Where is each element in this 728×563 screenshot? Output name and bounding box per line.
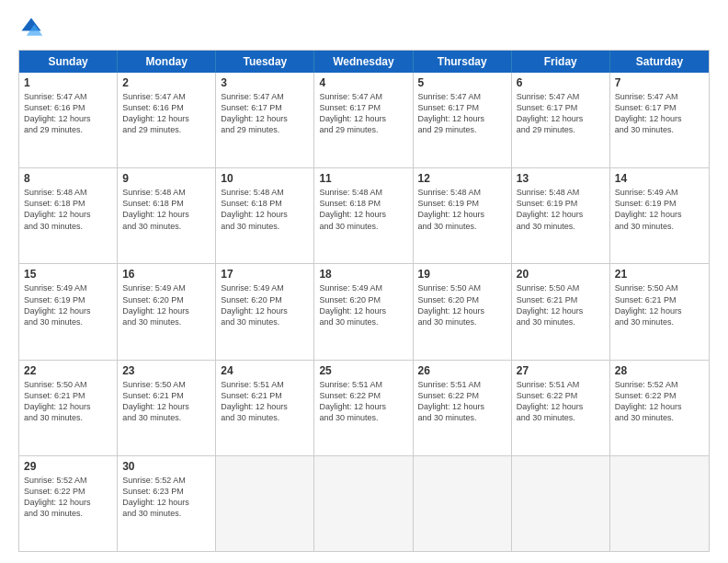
day-number: 19 [418, 268, 506, 281]
day-number: 9 [122, 172, 210, 185]
day-number: 25 [319, 364, 407, 377]
day-info: Sunrise: 5:49 AM Sunset: 6:20 PM Dayligh… [221, 282, 309, 327]
day-info: Sunrise: 5:47 AM Sunset: 6:17 PM Dayligh… [319, 91, 407, 136]
calendar: SundayMondayTuesdayWednesdayThursdayFrid… [18, 50, 710, 552]
cal-cell: 15Sunrise: 5:49 AM Sunset: 6:19 PM Dayli… [19, 264, 118, 359]
day-number: 26 [418, 364, 506, 377]
day-number: 2 [122, 76, 210, 89]
cal-cell: 6Sunrise: 5:47 AM Sunset: 6:17 PM Daylig… [512, 73, 610, 167]
day-info: Sunrise: 5:48 AM Sunset: 6:19 PM Dayligh… [517, 187, 605, 232]
cal-cell: 23Sunrise: 5:50 AM Sunset: 6:21 PM Dayli… [118, 361, 216, 455]
day-info: Sunrise: 5:48 AM Sunset: 6:19 PM Dayligh… [418, 187, 506, 232]
cal-cell: 30Sunrise: 5:52 AM Sunset: 6:23 PM Dayli… [118, 456, 216, 551]
day-number: 10 [221, 172, 309, 185]
day-number: 16 [122, 268, 210, 281]
cal-cell: 2Sunrise: 5:47 AM Sunset: 6:16 PM Daylig… [118, 73, 216, 167]
day-number: 17 [221, 268, 309, 281]
day-info: Sunrise: 5:50 AM Sunset: 6:21 PM Dayligh… [615, 282, 704, 327]
header [18, 15, 710, 40]
cal-cell: 10Sunrise: 5:48 AM Sunset: 6:18 PM Dayli… [216, 168, 314, 263]
day-info: Sunrise: 5:47 AM Sunset: 6:17 PM Dayligh… [615, 91, 704, 136]
cal-cell [610, 456, 709, 551]
cal-cell: 5Sunrise: 5:47 AM Sunset: 6:17 PM Daylig… [414, 73, 512, 167]
header-day-tuesday: Tuesday [216, 51, 314, 73]
day-info: Sunrise: 5:47 AM Sunset: 6:17 PM Dayligh… [221, 91, 309, 136]
logo [18, 15, 48, 40]
cal-cell: 22Sunrise: 5:50 AM Sunset: 6:21 PM Dayli… [19, 361, 118, 455]
cal-cell: 12Sunrise: 5:48 AM Sunset: 6:19 PM Dayli… [414, 168, 512, 263]
day-info: Sunrise: 5:50 AM Sunset: 6:20 PM Dayligh… [418, 282, 506, 327]
calendar-body: 1Sunrise: 5:47 AM Sunset: 6:16 PM Daylig… [19, 73, 709, 551]
day-number: 14 [615, 172, 704, 185]
cal-cell: 14Sunrise: 5:49 AM Sunset: 6:19 PM Dayli… [610, 168, 709, 263]
day-info: Sunrise: 5:48 AM Sunset: 6:18 PM Dayligh… [24, 187, 112, 232]
day-number: 11 [319, 172, 407, 185]
calendar-row-0: 1Sunrise: 5:47 AM Sunset: 6:16 PM Daylig… [19, 73, 709, 167]
cal-cell: 9Sunrise: 5:48 AM Sunset: 6:18 PM Daylig… [118, 168, 216, 263]
day-info: Sunrise: 5:50 AM Sunset: 6:21 PM Dayligh… [24, 379, 112, 424]
page: SundayMondayTuesdayWednesdayThursdayFrid… [0, 0, 728, 563]
day-info: Sunrise: 5:52 AM Sunset: 6:22 PM Dayligh… [615, 379, 704, 424]
day-number: 1 [24, 76, 112, 89]
cal-cell: 18Sunrise: 5:49 AM Sunset: 6:20 PM Dayli… [314, 264, 413, 359]
day-number: 13 [517, 172, 605, 185]
day-number: 27 [517, 364, 605, 377]
day-info: Sunrise: 5:49 AM Sunset: 6:19 PM Dayligh… [24, 282, 112, 327]
cal-cell: 13Sunrise: 5:48 AM Sunset: 6:19 PM Dayli… [512, 168, 610, 263]
day-number: 4 [319, 76, 407, 89]
day-info: Sunrise: 5:51 AM Sunset: 6:22 PM Dayligh… [517, 379, 605, 424]
day-number: 7 [615, 76, 704, 89]
day-info: Sunrise: 5:50 AM Sunset: 6:21 PM Dayligh… [122, 379, 210, 424]
header-day-friday: Friday [512, 51, 610, 73]
day-number: 6 [517, 76, 605, 89]
cal-cell: 29Sunrise: 5:52 AM Sunset: 6:22 PM Dayli… [19, 456, 118, 551]
cal-cell: 19Sunrise: 5:50 AM Sunset: 6:20 PM Dayli… [414, 264, 512, 359]
day-number: 23 [122, 364, 210, 377]
day-number: 30 [122, 460, 210, 473]
day-info: Sunrise: 5:47 AM Sunset: 6:16 PM Dayligh… [24, 91, 112, 136]
day-number: 20 [517, 268, 605, 281]
cal-cell: 3Sunrise: 5:47 AM Sunset: 6:17 PM Daylig… [216, 73, 314, 167]
day-number: 15 [24, 268, 112, 281]
cal-cell: 16Sunrise: 5:49 AM Sunset: 6:20 PM Dayli… [118, 264, 216, 359]
cal-cell: 20Sunrise: 5:50 AM Sunset: 6:21 PM Dayli… [512, 264, 610, 359]
cal-cell: 27Sunrise: 5:51 AM Sunset: 6:22 PM Dayli… [512, 361, 610, 455]
day-info: Sunrise: 5:47 AM Sunset: 6:17 PM Dayligh… [517, 91, 605, 136]
header-day-wednesday: Wednesday [314, 51, 413, 73]
day-number: 18 [319, 268, 407, 281]
day-info: Sunrise: 5:49 AM Sunset: 6:19 PM Dayligh… [615, 187, 704, 232]
day-number: 5 [418, 76, 506, 89]
cal-cell: 7Sunrise: 5:47 AM Sunset: 6:17 PM Daylig… [610, 73, 709, 167]
day-number: 28 [615, 364, 704, 377]
day-number: 24 [221, 364, 309, 377]
calendar-row-3: 22Sunrise: 5:50 AM Sunset: 6:21 PM Dayli… [19, 360, 709, 455]
cal-cell: 1Sunrise: 5:47 AM Sunset: 6:16 PM Daylig… [19, 73, 118, 167]
day-info: Sunrise: 5:48 AM Sunset: 6:18 PM Dayligh… [319, 187, 407, 232]
day-number: 29 [24, 460, 112, 473]
cal-cell [216, 456, 314, 551]
day-info: Sunrise: 5:51 AM Sunset: 6:21 PM Dayligh… [221, 379, 309, 424]
cal-cell: 8Sunrise: 5:48 AM Sunset: 6:18 PM Daylig… [19, 168, 118, 263]
calendar-header: SundayMondayTuesdayWednesdayThursdayFrid… [19, 51, 709, 73]
day-info: Sunrise: 5:52 AM Sunset: 6:23 PM Dayligh… [122, 475, 210, 520]
calendar-row-4: 29Sunrise: 5:52 AM Sunset: 6:22 PM Dayli… [19, 455, 709, 551]
day-number: 12 [418, 172, 506, 185]
cal-cell: 25Sunrise: 5:51 AM Sunset: 6:22 PM Dayli… [314, 361, 413, 455]
day-number: 21 [615, 268, 704, 281]
calendar-row-2: 15Sunrise: 5:49 AM Sunset: 6:19 PM Dayli… [19, 263, 709, 359]
day-info: Sunrise: 5:47 AM Sunset: 6:16 PM Dayligh… [122, 91, 210, 136]
cal-cell: 17Sunrise: 5:49 AM Sunset: 6:20 PM Dayli… [216, 264, 314, 359]
day-number: 8 [24, 172, 112, 185]
day-info: Sunrise: 5:51 AM Sunset: 6:22 PM Dayligh… [319, 379, 407, 424]
day-info: Sunrise: 5:49 AM Sunset: 6:20 PM Dayligh… [319, 282, 407, 327]
cal-cell: 24Sunrise: 5:51 AM Sunset: 6:21 PM Dayli… [216, 361, 314, 455]
cal-cell [314, 456, 413, 551]
day-number: 22 [24, 364, 112, 377]
day-info: Sunrise: 5:49 AM Sunset: 6:20 PM Dayligh… [122, 282, 210, 327]
cal-cell: 21Sunrise: 5:50 AM Sunset: 6:21 PM Dayli… [610, 264, 709, 359]
logo-icon [18, 15, 44, 40]
calendar-row-1: 8Sunrise: 5:48 AM Sunset: 6:18 PM Daylig… [19, 167, 709, 263]
day-info: Sunrise: 5:48 AM Sunset: 6:18 PM Dayligh… [221, 187, 309, 232]
header-day-sunday: Sunday [19, 51, 118, 73]
day-info: Sunrise: 5:48 AM Sunset: 6:18 PM Dayligh… [122, 187, 210, 232]
